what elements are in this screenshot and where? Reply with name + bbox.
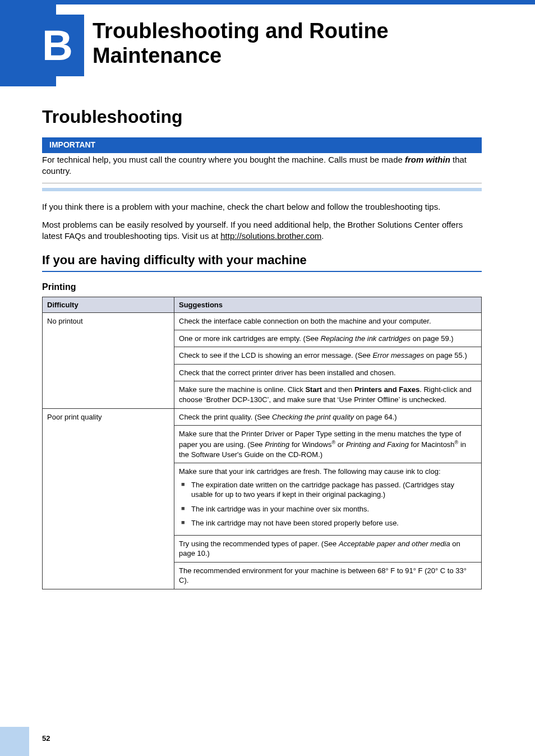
subsection-heading: If you are having difficulty with your m…: [42, 253, 482, 272]
page-number: 52: [42, 734, 50, 743]
difficulty-cell: Poor print quality: [43, 408, 174, 589]
list-item: The expiration date written on the cartr…: [181, 480, 477, 500]
suggestion-cell: The recommended environment for your mac…: [174, 562, 482, 589]
important-text-em: from within: [405, 155, 450, 164]
top-accent-band: [0, 0, 535, 4]
suggestion-cell: Check the interface cable connection on …: [174, 313, 482, 330]
difficulty-cell: No printout: [43, 313, 174, 408]
chapter-badge: B: [31, 15, 84, 76]
suggestion-cell: Make sure that your ink cartridges are f…: [174, 463, 482, 536]
important-body: For technical help, you must call the co…: [42, 153, 482, 183]
suggestion-cell: Try using the recommended types of paper…: [174, 535, 482, 562]
important-label: IMPORTANT: [42, 137, 482, 153]
troubleshooting-table: Difficulty Suggestions No printoutCheck …: [42, 297, 482, 589]
col-suggestions: Suggestions: [174, 297, 482, 313]
chapter-letter: B: [42, 24, 73, 67]
intro-paragraph-2: Most problems can be easily resolved by …: [42, 219, 482, 242]
suggestion-cell: One or more ink cartridges are empty. (S…: [174, 330, 482, 347]
list-item: The ink cartridge was in your machine ov…: [181, 504, 477, 514]
suggestion-cell: Check that the correct printer driver ha…: [174, 364, 482, 381]
suggestion-cell: Make sure the machine is online. Click S…: [174, 381, 482, 408]
table-title: Printing: [42, 282, 482, 292]
suggestion-cell: Check the print quality. (See Checking t…: [174, 408, 482, 426]
intro2-post: .: [321, 231, 324, 241]
chapter-title: Troubleshooting and Routine Maintenance: [93, 19, 501, 68]
content-area: Troubleshooting IMPORTANT For technical …: [42, 107, 482, 589]
solutions-link[interactable]: http://solutions.brother.com: [220, 231, 321, 241]
separator-bar: [42, 188, 482, 191]
table-header-row: Difficulty Suggestions: [43, 297, 482, 313]
table-row: No printoutCheck the interface cable con…: [43, 313, 482, 330]
section-heading: Troubleshooting: [42, 107, 482, 127]
table-row: Poor print qualityCheck the print qualit…: [43, 408, 482, 426]
important-box: IMPORTANT For technical help, you must c…: [42, 137, 482, 183]
suggestion-cell: Check to see if the LCD is showing an er…: [174, 347, 482, 365]
bullet-list: The expiration date written on the cartr…: [179, 480, 477, 528]
intro-paragraph-1: If you think there is a problem with you…: [42, 201, 482, 213]
important-text-pre: For technical help, you must call the co…: [42, 155, 405, 164]
col-difficulty: Difficulty: [43, 297, 174, 313]
suggestion-cell: Make sure that the Printer Driver or Pap…: [174, 426, 482, 463]
page-number-band: [0, 727, 29, 756]
list-item: The ink cartridge may not have been stor…: [181, 518, 477, 528]
page: B Troubleshooting and Routine Maintenanc…: [0, 0, 535, 756]
